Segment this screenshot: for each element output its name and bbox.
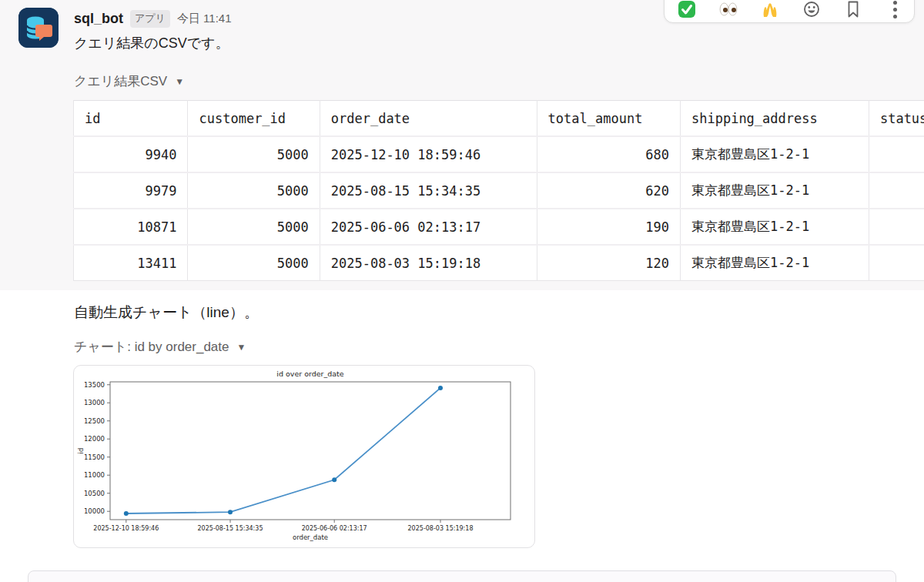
y-axis-label: id bbox=[77, 448, 85, 454]
table-cell: 13411 bbox=[74, 245, 188, 281]
csv-attachment-label: クエリ結果CSV bbox=[74, 72, 167, 90]
table-cell: 620 bbox=[537, 172, 680, 209]
chart-attachment-toggle[interactable]: チャート: id by order_date ▼ bbox=[74, 338, 246, 356]
chart-attachment-label: チャート: id by order_date bbox=[74, 338, 229, 356]
table-header-cell: order_date bbox=[320, 101, 537, 137]
message-text: クエリ結果のCSVです。 bbox=[74, 34, 229, 52]
app-badge: アプリ bbox=[130, 10, 170, 28]
message-input[interactable] bbox=[28, 570, 896, 582]
table-cell: 東京都豊島区1-2-1 bbox=[680, 209, 869, 245]
chevron-down-icon[interactable]: ▼ bbox=[175, 76, 184, 87]
x-tick-label: 2025-08-15 15:34:35 bbox=[198, 525, 263, 532]
table-cell: 3 bbox=[869, 209, 924, 245]
data-point-marker bbox=[228, 510, 233, 514]
chart-message-text: 自動生成チャート（line）。 bbox=[74, 303, 259, 323]
line-series bbox=[126, 388, 440, 513]
y-tick-label: 10000 bbox=[84, 507, 105, 515]
table-cell: 2025-06-06 02:13:17 bbox=[320, 209, 537, 245]
table-cell: 2025-12-10 18:59:46 bbox=[320, 136, 537, 172]
line-chart: id over order_date1000010500110001150012… bbox=[74, 366, 534, 547]
data-point-marker bbox=[438, 386, 443, 390]
table-cell: 9940 bbox=[74, 136, 188, 172]
table-cell: 9979 bbox=[74, 172, 188, 209]
y-tick-label: 13000 bbox=[84, 399, 105, 406]
eyes-emoji-button[interactable] bbox=[719, 0, 738, 18]
table-cell: 10871 bbox=[74, 209, 188, 245]
y-tick-label: 12000 bbox=[84, 435, 105, 443]
timestamp[interactable]: 今日 11:41 bbox=[177, 12, 232, 26]
table-cell: 2 bbox=[869, 172, 924, 209]
table-header-cell: shipping_address bbox=[680, 101, 869, 137]
table-cell: 2 bbox=[869, 245, 924, 281]
table-cell: 5000 bbox=[188, 245, 320, 281]
table-header-cell: customer_id bbox=[188, 101, 320, 137]
bot-avatar[interactable] bbox=[18, 8, 59, 48]
table-row: 1341150002025-08-03 15:19:18120東京都豊島区1-2… bbox=[74, 245, 924, 281]
table-header-cell: total_amount bbox=[537, 101, 680, 137]
add-reaction-smiley-icon[interactable] bbox=[802, 0, 821, 18]
check-mark-emoji-button[interactable] bbox=[678, 0, 696, 18]
table-cell: 680 bbox=[537, 136, 680, 172]
csv-attachment-toggle[interactable]: クエリ結果CSV ▼ bbox=[74, 72, 184, 90]
bookmark-icon[interactable] bbox=[844, 0, 862, 18]
x-tick-label: 2025-08-03 15:19:18 bbox=[408, 525, 474, 532]
sql-bot-logo bbox=[18, 8, 59, 48]
x-axis-label: order_date bbox=[293, 534, 328, 541]
table-cell: 5000 bbox=[188, 172, 320, 209]
y-tick-label: 13500 bbox=[84, 381, 105, 389]
table-cell: 190 bbox=[537, 209, 680, 245]
message-sql-bot-csv: sql_bot アプリ 今日 11:41 クエリ結果のCSVです。 クエリ結果C… bbox=[0, 0, 924, 290]
table-row: 1087150002025-06-06 02:13:17190東京都豊島区1-2… bbox=[74, 209, 924, 245]
chart-image-preview[interactable]: id over order_date1000010500110001150012… bbox=[73, 365, 535, 548]
table-cell: 東京都豊島区1-2-1 bbox=[680, 245, 869, 281]
message-sql-bot-chart: 自動生成チャート（line）。 チャート: id by order_date ▼… bbox=[0, 290, 924, 582]
more-actions-icon[interactable] bbox=[886, 0, 904, 18]
table-cell: 東京都豊島区1-2-1 bbox=[680, 136, 869, 172]
chart-title: id over order_date bbox=[276, 370, 344, 378]
data-point-marker bbox=[332, 477, 336, 482]
y-tick-label: 12500 bbox=[84, 417, 105, 425]
message-actions-toolbar bbox=[664, 0, 915, 23]
table-cell: 5000 bbox=[188, 136, 320, 172]
table-row: 994050002025-12-10 18:59:46680東京都豊島区1-2-… bbox=[74, 136, 924, 172]
y-tick-label: 11500 bbox=[84, 453, 105, 461]
table-cell: 2025-08-15 15:34:35 bbox=[320, 172, 537, 209]
table-header-row: idcustomer_idorder_datetotal_amountshipp… bbox=[74, 101, 924, 137]
table-header-cell: status bbox=[869, 101, 924, 137]
raised-hands-emoji-button[interactable] bbox=[761, 0, 779, 18]
chart-plot-frame bbox=[110, 382, 511, 520]
chevron-down-icon[interactable]: ▼ bbox=[237, 342, 246, 353]
y-tick-label: 10500 bbox=[84, 490, 105, 497]
y-tick-label: 11000 bbox=[84, 471, 105, 479]
table-cell: 120 bbox=[537, 245, 680, 281]
x-tick-label: 2025-06-06 02:13:17 bbox=[302, 525, 367, 532]
table-cell: 2025-08-03 15:19:18 bbox=[320, 245, 537, 281]
query-result-table: idcustomer_idorder_datetotal_amountshipp… bbox=[73, 100, 924, 281]
bot-name[interactable]: sql_bot bbox=[74, 11, 123, 27]
table-cell: 5000 bbox=[188, 209, 320, 245]
message-header: sql_bot アプリ 今日 11:41 bbox=[74, 10, 232, 28]
data-point-marker bbox=[124, 511, 129, 516]
table-header-cell: id bbox=[74, 101, 188, 137]
table-row: 997950002025-08-15 15:34:35620東京都豊島区1-2-… bbox=[74, 172, 924, 209]
query-result-table-wrap: idcustomer_idorder_datetotal_amountshipp… bbox=[73, 100, 924, 283]
table-cell: 3 bbox=[869, 136, 924, 172]
table-cell: 東京都豊島区1-2-1 bbox=[680, 172, 869, 209]
x-tick-label: 2025-12-10 18:59:46 bbox=[93, 525, 159, 532]
